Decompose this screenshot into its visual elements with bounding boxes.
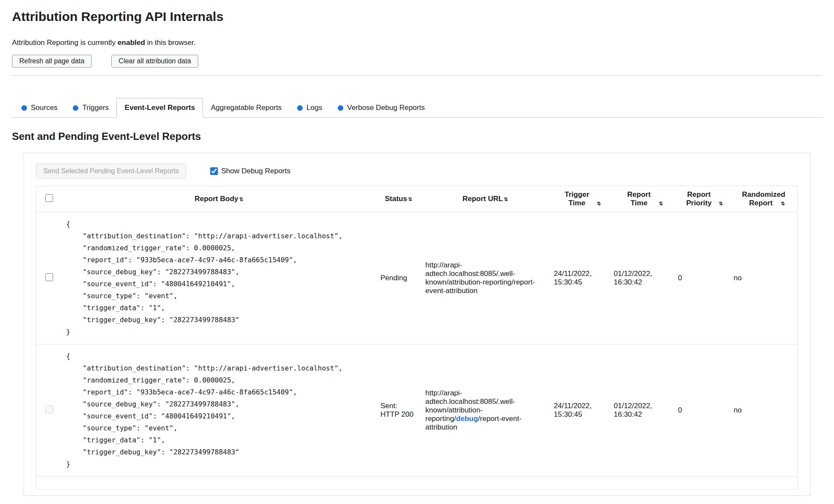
tab-dot-icon (297, 105, 303, 111)
header-checkbox-cell (36, 186, 62, 212)
page-title: Attribution Reporting API Internals (12, 9, 822, 24)
header-label: Randomized Report (742, 190, 780, 208)
report-priority-cell: 0 (674, 212, 730, 344)
tab-verbose-debug-reports[interactable]: Verbose Debug Reports (330, 98, 432, 117)
header-trigger-time[interactable]: Trigger Time⇅ (550, 186, 610, 212)
header-label: Report Time (620, 190, 658, 208)
sort-icon: ⇅ (719, 201, 723, 207)
row-select-checkbox[interactable] (45, 406, 53, 413)
reports-panel: Send Selected Pending Event-Level Report… (24, 153, 810, 496)
report-time-cell: 01/12/2022, 16:30:42 (610, 344, 674, 477)
table-header-row: Report Body⇅ Status⇅ Report URL⇅ Trigger… (36, 186, 798, 212)
header-report-priority[interactable]: Report Priority⇅ (674, 186, 730, 212)
tab-logs[interactable]: Logs (289, 98, 330, 117)
show-debug-label: Show Debug Reports (221, 167, 291, 175)
sort-icon: ⇅ (239, 196, 243, 202)
status-cell: Sent: HTTP 200 (376, 344, 421, 477)
report-body-cell: { "attribution_destination": "http://ara… (62, 344, 376, 477)
header-label: Report Body (194, 195, 238, 203)
tab-label: Verbose Debug Reports (347, 104, 425, 112)
row-checkbox-cell (36, 212, 62, 344)
toolbar: Refresh all page data Clear all attribut… (12, 55, 822, 68)
report-body-json: { "attribution_destination": "http://ara… (66, 218, 372, 338)
tab-label: Event-Level Reports (125, 104, 195, 112)
tab-dot-icon (73, 105, 78, 111)
randomized-report-cell: no (730, 212, 798, 344)
status-text: Attribution Reporting is currently (12, 39, 118, 47)
tab-sources[interactable]: Sources (14, 98, 65, 117)
show-debug-toggle[interactable]: Show Debug Reports (210, 167, 291, 175)
panel-controls: Send Selected Pending Event-Level Report… (36, 163, 798, 179)
status-line: Attribution Reporting is currently enabl… (12, 39, 822, 47)
header-report-time[interactable]: Report Time⇅ (610, 186, 674, 212)
sort-icon: ⇅ (597, 201, 601, 207)
report-url-cell: http://arapi-adtech.localhost:8085/.well… (421, 212, 550, 344)
select-all-checkbox[interactable] (45, 194, 53, 202)
header-randomized-report[interactable]: Randomized Report⇅ (730, 186, 798, 212)
status-text-suffix: in this browser. (145, 39, 196, 47)
status-cell: Pending (376, 212, 421, 344)
report-time-cell: 01/12/2022, 16:30:42 (610, 212, 674, 344)
show-debug-checkbox[interactable] (210, 167, 218, 175)
trigger-time-cell: 24/11/2022, 15:30:45 (550, 212, 610, 344)
clear-all-button[interactable]: Clear all attribution data (111, 55, 198, 68)
send-selected-reports-button[interactable]: Send Selected Pending Event-Level Report… (36, 163, 186, 179)
report-body-json: { "attribution_destination": "http://ara… (66, 350, 372, 470)
report-url-debug-highlight: debug (456, 415, 478, 423)
report-priority-cell: 0 (674, 344, 730, 477)
table-row: { "attribution_destination": "http://ara… (36, 344, 798, 477)
header-report-body[interactable]: Report Body⇅ (62, 186, 376, 212)
tab-label: Logs (307, 104, 322, 112)
table-footer-cell (36, 477, 798, 489)
status-enabled-text: enabled (118, 39, 145, 47)
sort-icon: ⇅ (659, 201, 663, 207)
header-label: Report URL (462, 195, 503, 203)
sort-icon: ⇅ (408, 196, 412, 202)
row-checkbox-cell (36, 344, 62, 477)
report-url-cell: http://arapi-adtech.localhost:8085/.well… (421, 344, 550, 477)
header-label: Trigger Time (558, 190, 596, 208)
tab-label: Sources (31, 104, 57, 112)
header-label: Status (385, 195, 407, 203)
row-select-checkbox[interactable] (45, 273, 53, 281)
event-level-reports-table: Report Body⇅ Status⇅ Report URL⇅ Trigger… (36, 186, 798, 489)
tab-label: Aggregatable Reports (211, 104, 281, 112)
report-body-cell: { "attribution_destination": "http://ara… (62, 212, 376, 344)
header-status[interactable]: Status⇅ (376, 186, 421, 212)
table-row: { "attribution_destination": "http://ara… (36, 212, 798, 344)
tab-triggers[interactable]: Triggers (65, 98, 116, 117)
sort-icon: ⇅ (504, 196, 508, 202)
trigger-time-cell: 24/11/2022, 15:30:45 (550, 344, 610, 477)
header-report-url[interactable]: Report URL⇅ (421, 186, 550, 212)
divider (12, 75, 822, 76)
table-footer-row (36, 477, 798, 489)
randomized-report-cell: no (730, 344, 798, 477)
tab-dot-icon (338, 105, 343, 111)
tab-aggregatable-reports[interactable]: Aggregatable Reports (203, 98, 289, 117)
header-label: Report Priority (680, 190, 718, 208)
tab-event-level-reports[interactable]: Event-Level Reports (116, 98, 203, 118)
sort-icon: ⇅ (780, 201, 785, 207)
refresh-all-button[interactable]: Refresh all page data (12, 55, 92, 68)
tab-label: Triggers (82, 104, 109, 112)
section-heading: Sent and Pending Event-Level Reports (12, 130, 822, 142)
tab-dot-icon (21, 105, 27, 111)
tab-bar: Sources Triggers Event-Level Reports Agg… (12, 98, 822, 118)
